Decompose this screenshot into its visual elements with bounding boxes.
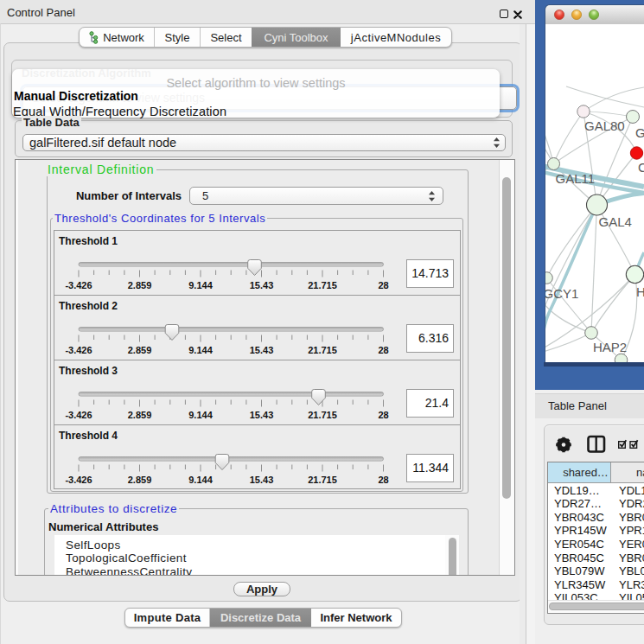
svg-text:H: H (636, 284, 644, 299)
svg-text:21.715: 21.715 (308, 475, 337, 485)
svg-text:28: 28 (378, 345, 388, 355)
svg-text:9.144: 9.144 (188, 280, 213, 290)
svg-text:9.144: 9.144 (188, 475, 213, 485)
svg-text:28: 28 (378, 410, 388, 420)
svg-text:GA: GA (635, 125, 644, 140)
svg-text:15.43: 15.43 (250, 280, 274, 290)
svg-text:21.715: 21.715 (308, 280, 337, 290)
svg-text:28: 28 (378, 280, 388, 290)
svg-text:GAL80: GAL80 (584, 118, 625, 133)
svg-text:15.43: 15.43 (250, 410, 274, 420)
svg-text:GCY1: GCY1 (545, 286, 578, 301)
svg-text:21.715: 21.715 (308, 410, 337, 420)
svg-text:HAP2: HAP2 (593, 340, 627, 354)
svg-text:28: 28 (378, 475, 388, 485)
svg-text:GAL11: GAL11 (556, 171, 596, 186)
svg-text:-3.426: -3.426 (65, 410, 92, 420)
svg-text:-3.426: -3.426 (65, 280, 92, 290)
svg-text:2.859: 2.859 (128, 280, 152, 290)
svg-text:-3.426: -3.426 (65, 345, 92, 355)
svg-text:C: C (638, 160, 644, 175)
svg-text:2.859: 2.859 (128, 475, 152, 485)
svg-text:21.715: 21.715 (308, 345, 337, 355)
svg-text:9.144: 9.144 (188, 410, 213, 420)
svg-text:2.859: 2.859 (128, 345, 152, 355)
svg-text:GAL4: GAL4 (599, 214, 632, 229)
svg-text:15.43: 15.43 (250, 345, 274, 355)
svg-text:15.43: 15.43 (250, 475, 274, 485)
svg-text:2.859: 2.859 (128, 410, 152, 420)
svg-text:-3.426: -3.426 (65, 475, 92, 485)
svg-text:9.144: 9.144 (188, 345, 213, 355)
